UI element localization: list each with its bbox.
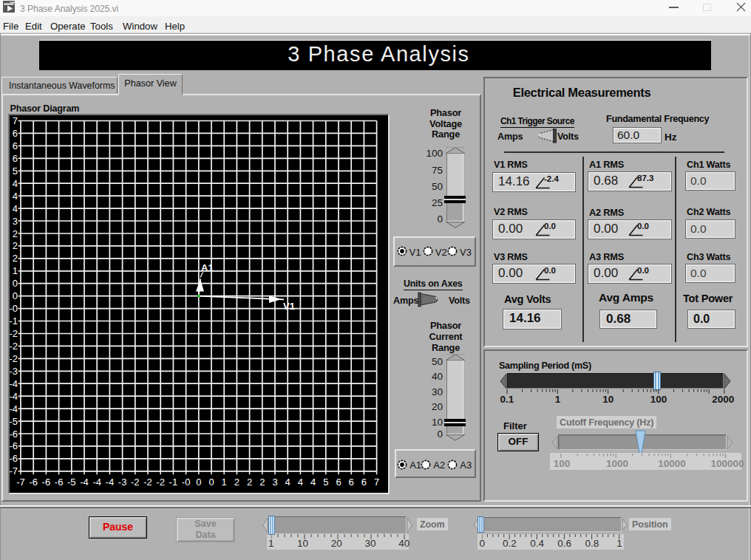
svg-text:1: 1 [13, 265, 18, 276]
svg-text:-4: -4 [92, 477, 101, 488]
svg-text:-5: -5 [67, 477, 76, 488]
svg-text:-2: -2 [10, 340, 18, 351]
svg-text:-0: -0 [182, 477, 191, 488]
svg-text:-4: -4 [10, 378, 18, 389]
svg-text:4: 4 [310, 477, 316, 488]
svg-text:2: 2 [13, 228, 18, 239]
svg-text:2: 2 [234, 477, 239, 488]
svg-text:-4: -4 [10, 390, 18, 401]
svg-text:4: 4 [285, 477, 290, 488]
svg-text:2: 2 [259, 477, 265, 488]
svg-text:-2: -2 [10, 352, 18, 363]
svg-text:6: 6 [336, 477, 341, 488]
svg-text:0: 0 [208, 477, 214, 488]
svg-text:-2: -2 [156, 477, 165, 488]
svg-text:4: 4 [298, 477, 303, 488]
svg-text:6: 6 [13, 127, 18, 138]
svg-text:-6: -6 [10, 428, 18, 439]
svg-text:6: 6 [13, 140, 18, 151]
svg-text:6: 6 [349, 477, 354, 488]
svg-text:3: 3 [13, 215, 18, 226]
svg-text:-4: -4 [106, 477, 115, 488]
svg-text:0: 0 [196, 477, 201, 488]
svg-text:-1: -1 [10, 315, 18, 327]
svg-text:4: 4 [13, 202, 18, 214]
svg-text:5: 5 [323, 477, 328, 488]
svg-text:6: 6 [361, 477, 367, 488]
svg-text:-6: -6 [55, 477, 64, 488]
svg-text:-4: -4 [10, 403, 18, 414]
svg-text:2: 2 [247, 477, 252, 488]
svg-text:0: 0 [13, 278, 18, 289]
svg-text:-3: -3 [10, 365, 18, 376]
svg-text:-2: -2 [131, 477, 140, 488]
svg-text:2: 2 [13, 240, 18, 251]
svg-text:-2: -2 [10, 328, 18, 339]
svg-text:6: 6 [13, 152, 18, 163]
svg-text:4: 4 [13, 177, 18, 188]
svg-text:3: 3 [272, 477, 277, 488]
svg-text:-6: -6 [42, 477, 51, 488]
svg-text:7: 7 [374, 477, 379, 488]
svg-text:5: 5 [13, 165, 18, 176]
svg-text:-7: -7 [16, 477, 25, 488]
svg-text:0: 0 [13, 290, 18, 301]
svg-text:-1: -1 [169, 477, 178, 488]
svg-text:-3: -3 [118, 477, 127, 488]
svg-text:1: 1 [222, 477, 227, 488]
svg-text:-5: -5 [10, 415, 18, 426]
svg-text:-6: -6 [10, 440, 18, 451]
svg-text:-7: -7 [10, 465, 18, 477]
svg-text:-6: -6 [10, 453, 18, 464]
svg-text:-0: -0 [10, 303, 18, 314]
svg-text:-4: -4 [80, 477, 89, 488]
svg-text:A1: A1 [201, 262, 214, 273]
svg-text:4: 4 [13, 190, 18, 201]
svg-text:-6: -6 [29, 477, 38, 488]
svg-text:V1: V1 [283, 300, 295, 311]
svg-text:2: 2 [13, 253, 18, 264]
svg-text:-2: -2 [143, 477, 152, 488]
svg-text:7: 7 [13, 115, 18, 126]
